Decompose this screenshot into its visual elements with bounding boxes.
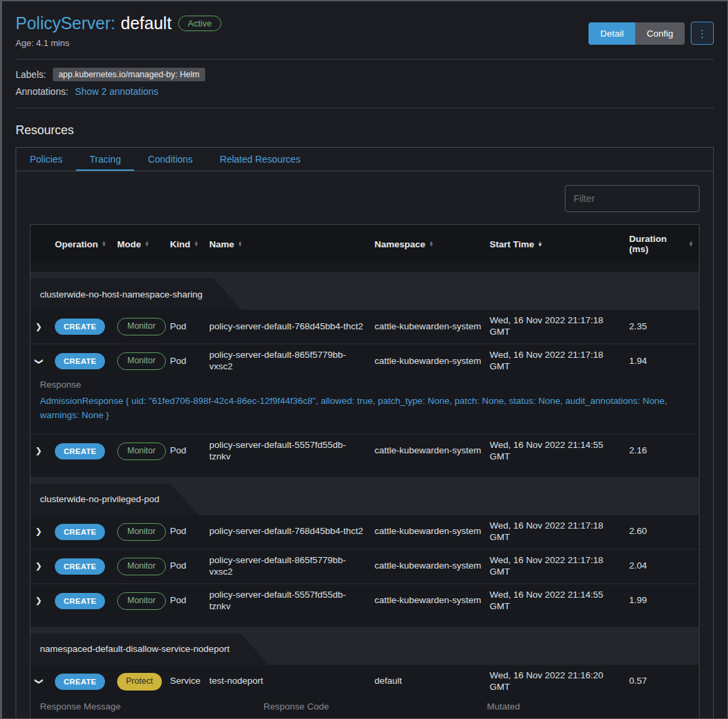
table-row[interactable]: ❯CREATEMonitorPodpolicy-server-default-8… [30,550,699,583]
response-value: AdmissionResponse { uid: "61fed706-898f-… [40,394,689,423]
start-time-cell: Wed, 16 Nov 2022 21:17:18 GMT [490,350,629,373]
mode-cell: Protect [117,673,170,691]
policy-group-namespaced-default-disallow-service-nodeport: namespaced-default-disallow-service-node… [30,627,699,719]
sort-icon: ▲▼ [689,241,693,247]
expand-row-icon[interactable]: ❯ [30,527,55,537]
namespace-cell: default [374,676,490,687]
trace-row-item: ❯CREATEProtectServicetest-nodeportdefaul… [30,665,699,719]
masthead: PolicyServer: default Active Age: 4.1 mi… [16,14,714,48]
chevron-icon: ❯ [35,527,42,536]
start-time-cell: Wed, 16 Nov 2022 21:17:18 GMT [490,315,629,338]
group-name: clusterwide-no-host-namespace-sharing [30,279,242,310]
age-text: Age: 4.1 mins [16,38,221,48]
group-name: namespaced-default-disallow-service-node… [30,634,269,665]
tab-policies[interactable]: Policies [16,148,76,171]
column-label: Namespace [374,239,425,249]
duration-cell: 1.99 [629,595,699,607]
mode-badge: Monitor [117,523,166,541]
mode-badge: Monitor [117,558,166,575]
trace-row-item: ❯CREATEMonitorPodpolicy-server-default-8… [30,549,699,583]
column-header-mode[interactable]: Mode▲▼ [117,230,170,258]
sort-desc-icon: ▼ [238,244,242,247]
sort-desc-icon: ▼ [538,244,542,247]
group-header: clusterwide-no-privileged-pod [30,477,699,515]
metadata-section: Labels: app.kubernetes.io/managed-by: He… [16,68,714,97]
sort-desc-icon: ▼ [102,244,106,247]
column-header-name[interactable]: Name▲▼ [209,230,374,258]
duration-cell: 1.94 [629,356,699,367]
sort-desc-icon: ▼ [144,244,149,247]
resource-name-title: default [121,14,171,33]
chevron-icon: ❯ [35,596,42,605]
header-actions: Detail Config ⋮ [588,22,714,45]
divider [16,108,714,108]
tab-tracing[interactable]: Tracing [76,148,134,171]
column-header-duration-ms-[interactable]: Duration (ms)▲▼ [629,225,699,263]
column-label: Mode [117,239,141,249]
name-cell: policy-server-default-768d45bb4-thct2 [209,526,374,537]
tab-bar: PoliciesTracingConditionsRelated Resourc… [16,148,713,171]
operation-badge: CREATE [55,593,105,609]
table-row[interactable]: ❯CREATEMonitorPodpolicy-server-default-8… [30,344,699,378]
mode-cell: Monitor [117,318,170,335]
mode-cell: Monitor [117,443,170,460]
duration-cell: 2.04 [629,560,699,572]
table-row[interactable]: ❯CREATEMonitorPodpolicy-server-default-7… [30,310,699,344]
column-header-namespace[interactable]: Namespace▲▼ [374,230,490,258]
collapse-row-icon[interactable]: ❯ [30,356,55,367]
table-row[interactable]: ❯CREATEMonitorPodpolicy-server-default-7… [30,515,699,549]
verdict-field-label: Mutated [487,701,689,712]
tab-related-resources[interactable]: Related Resources [207,148,314,171]
mode-cell: Monitor [117,523,170,541]
tracing-tab-content: Operation▲▼Mode▲▼Kind▲▼Name▲▼Namespace▲▼… [16,171,713,719]
column-label: Duration (ms) [629,234,685,254]
tab-conditions[interactable]: Conditions [134,148,206,171]
table-row[interactable]: ❯CREATEProtectServicetest-nodeportdefaul… [30,665,699,699]
header-spacer [30,235,55,253]
mode-badge: Monitor [117,443,166,460]
trace-row-item: ❯CREATEMonitorPodpolicy-server-default-5… [30,583,699,618]
show-annotations-link[interactable]: Show 2 annotations [75,86,158,97]
resources-title: Resources [16,123,714,138]
column-header-kind[interactable]: Kind▲▼ [170,230,209,258]
start-time-cell: Wed, 16 Nov 2022 21:17:18 GMT [490,555,629,578]
operation-badge: CREATE [55,558,105,575]
expand-row-icon[interactable]: ❯ [30,561,55,571]
kind-cell: Pod [170,356,209,367]
kind-cell: Pod [170,321,209,333]
labels-label: Labels: [16,69,46,80]
detail-button[interactable]: Detail [588,22,635,45]
column-header-operation[interactable]: Operation▲▼ [55,230,117,258]
operation-badge: CREATE [55,443,105,459]
namespace-cell: cattle-kubewarden-system [374,356,490,367]
table-row[interactable]: ❯CREATEMonitorPodpolicy-server-default-5… [30,434,699,468]
sort-desc-icon: ▼ [429,244,433,247]
expand-row-icon[interactable]: ❯ [30,596,55,606]
column-label: Name [209,239,234,249]
kebab-menu-icon[interactable]: ⋮ [691,22,714,45]
operation-cell: CREATE [55,593,117,609]
operation-cell: CREATE [55,524,117,540]
expand-row-icon[interactable]: ❯ [30,446,55,456]
response-detail: ResponseAdmissionResponse { uid: "61fed7… [30,378,699,434]
kind-cell: Pod [170,445,209,457]
sort-icon: ▲▼ [538,241,542,247]
name-cell: policy-server-default-865f5779bb-vxsc2 [209,350,374,373]
verdict-field-response-message: Response MessageService of type NodePort… [40,701,263,719]
operation-cell: CREATE [55,443,117,459]
config-button[interactable]: Config [635,22,685,45]
column-header-start-time[interactable]: Start Time▲▼ [490,230,629,258]
trace-row-item: ❯CREATEMonitorPodpolicy-server-default-7… [30,515,699,549]
operation-badge: CREATE [55,524,105,540]
kind-cell: Service [170,676,209,687]
kind-cell: Pod [170,560,209,572]
filter-input[interactable] [565,185,700,212]
resource-type-title: PolicyServer: [16,14,115,33]
trace-table-header: Operation▲▼Mode▲▼Kind▲▼Name▲▼Namespace▲▼… [30,225,699,263]
expand-row-icon[interactable]: ❯ [30,322,55,332]
collapse-row-icon[interactable]: ❯ [30,676,55,686]
table-row[interactable]: ❯CREATEMonitorPodpolicy-server-default-5… [30,584,699,618]
namespace-cell: cattle-kubewarden-system [374,445,490,457]
annotations-label: Annotations: [16,86,68,97]
verdict-field-response-code: Response CodeN/A [263,701,487,719]
